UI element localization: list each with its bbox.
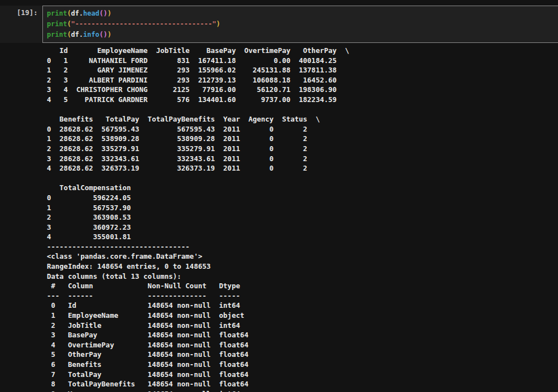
close-paren: )	[216, 20, 220, 28]
df-info-output: <class 'pandas.core.frame.DataFrame'> Ra…	[47, 251, 349, 392]
cell-output: Id EmployeeName JobTitle BasePay Overtim…	[47, 46, 349, 392]
df-head-block-2: Benefits TotalPay TotalPayBenefits Year …	[47, 114, 349, 173]
dot-operator: .	[79, 31, 83, 38]
print-keyword: print	[47, 20, 67, 28]
df-head-block-1: Id EmployeeName JobTitle BasePay Overtim…	[47, 46, 349, 105]
df-variable: df	[71, 31, 79, 38]
execution-count: [19]:	[17, 8, 38, 17]
df-head-block-3: TotalCompensation 0 596224.05 1 567537.9…	[47, 183, 349, 242]
head-method: head	[83, 9, 99, 17]
print-keyword: print	[47, 31, 67, 38]
code-line-3[interactable]: print(df.info())	[47, 30, 554, 40]
printed-separator-line: ----------------------------------	[47, 242, 349, 252]
dot-operator: .	[79, 9, 83, 17]
code-line-1[interactable]: print(df.head())	[47, 8, 554, 19]
close-paren: )	[107, 31, 111, 38]
close-paren: )	[107, 9, 111, 17]
info-method: info	[83, 31, 99, 38]
string-literal: "----------------------------------"	[71, 20, 216, 28]
code-line-2[interactable]: print("---------------------------------…	[47, 19, 554, 30]
df-variable: df	[71, 9, 79, 17]
code-editor[interactable]: print(df.head()) print("----------------…	[42, 6, 558, 43]
print-keyword: print	[47, 9, 67, 17]
